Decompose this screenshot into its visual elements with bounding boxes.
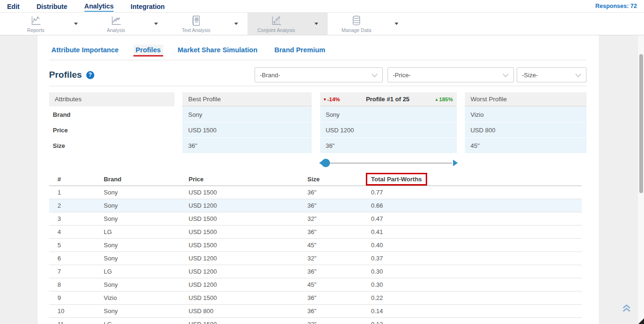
current-profile-price: USD 1200 — [320, 122, 457, 138]
slider-track[interactable] — [325, 162, 452, 164]
table-row[interactable]: 11LGUSD 150032"0.12 — [49, 318, 582, 324]
table-cell: USD 1200 — [189, 202, 307, 209]
profile-comparison: Attributes Brand Price Size Best Profile… — [49, 92, 586, 153]
slider-handle[interactable] — [322, 159, 330, 167]
worst-profile-size: 45" — [465, 138, 586, 153]
toolbar-button-label: Reports — [27, 27, 45, 33]
text-analysis-dropdown-caret[interactable] — [225, 23, 248, 25]
highlight-annotation-box: Total Part-Worths — [366, 173, 427, 186]
current-profile-header: ▾-14% Profile #1 of 25 ▴185% — [320, 92, 457, 106]
chevron-down-icon — [503, 72, 509, 79]
slider-right-arrow-icon — [453, 160, 458, 166]
reports-button[interactable]: Reports — [7, 13, 65, 35]
toolbar-group-reports: Reports — [7, 13, 87, 35]
current-profile-size: 36" — [320, 138, 457, 153]
table-cell: 10 — [58, 308, 104, 315]
table-cell: 1 — [58, 189, 104, 196]
dropdown-value: -Brand- — [260, 72, 372, 79]
table-cell: Sony — [104, 242, 189, 249]
table-row[interactable]: 2SonyUSD 120036"0.66 — [49, 199, 582, 212]
table-cell: Sony — [104, 215, 189, 222]
manage-data-dropdown-caret[interactable] — [385, 23, 408, 25]
triangle-up-icon: ▴ — [436, 92, 438, 106]
table-cell: 0.22 — [371, 294, 582, 301]
attribute-label: Price — [49, 122, 174, 138]
table-cell: 0.40 — [371, 242, 582, 249]
scatter-chart-icon — [270, 15, 282, 26]
current-profile-column: ▾-14% Profile #1 of 25 ▴185% Sony USD 12… — [320, 92, 457, 153]
chevron-down-icon — [575, 72, 581, 79]
analysis-dropdown-caret[interactable] — [145, 23, 167, 25]
profile-slider[interactable] — [320, 158, 457, 168]
table-cell: 0.77 — [371, 189, 582, 196]
column-header-label: Total Part-Worths — [371, 176, 422, 183]
attributes-header: Attributes — [49, 92, 174, 106]
table-cell: Sony — [104, 308, 189, 315]
table-cell: 0.30 — [371, 281, 582, 288]
responses-count[interactable]: Responses: 72 — [595, 3, 637, 9]
tab-brand-premium[interactable]: Brand Premium — [272, 45, 328, 56]
table-cell: 0.37 — [371, 255, 582, 262]
reports-dropdown-caret[interactable] — [65, 23, 87, 25]
divider — [49, 86, 586, 86]
table-row[interactable]: 8SonyUSD 120045"0.30 — [49, 278, 582, 292]
tab-market-share-simulation[interactable]: Market Share Simulation — [175, 45, 260, 56]
table-cell: 45" — [307, 242, 371, 249]
table-cell: LG — [104, 228, 189, 235]
manage-data-button[interactable]: Manage Data — [328, 13, 385, 35]
table-row[interactable]: 5SonyUSD 150045"0.40 — [49, 239, 582, 252]
table-row[interactable]: 7LGUSD 120036"0.30 — [49, 265, 582, 278]
caret-down-icon — [74, 23, 78, 25]
best-profile-brand: Sony — [182, 107, 312, 122]
table-row[interactable]: 6SonyUSD 120032"0.37 — [49, 252, 582, 265]
tab-attribute-importance[interactable]: Attribute Importance — [49, 45, 121, 56]
text-analysis-button[interactable]: Text Analysis — [167, 13, 225, 35]
decrease-indicator: ▾-14% — [324, 92, 340, 106]
table-cell: 36" — [307, 268, 371, 275]
column-header-brand: Brand — [104, 176, 189, 183]
caret-down-icon — [314, 23, 318, 25]
conjoint-analysis-button[interactable]: Conjoint Analysis — [248, 13, 305, 35]
current-profile-brand: Sony — [320, 107, 457, 122]
divider — [49, 60, 586, 60]
nav-tab-edit[interactable]: Edit — [7, 1, 19, 11]
price-filter-dropdown[interactable]: -Price- — [388, 67, 514, 82]
scroll-to-top-button[interactable] — [621, 303, 632, 315]
nav-tab-analytics[interactable]: Analytics — [84, 1, 114, 12]
table-cell: 36" — [307, 189, 371, 196]
nav-tab-distribute[interactable]: Distribute — [36, 1, 67, 11]
table-cell: USD 1200 — [189, 281, 307, 288]
table-row[interactable]: 3SonyUSD 150032"0.47 — [49, 212, 582, 226]
triangle-down-icon: ▾ — [324, 92, 326, 106]
table-row[interactable]: 10SonyUSD 80036"0.14 — [49, 305, 582, 318]
caret-down-icon — [234, 23, 238, 25]
tab-profiles[interactable]: Profiles — [133, 45, 163, 57]
toolbar-button-label: Text Analysis — [182, 27, 211, 33]
attribute-label: Brand — [49, 107, 174, 122]
table-row[interactable]: 4LGUSD 150036"0.41 — [49, 226, 582, 239]
brand-filter-dropdown[interactable]: -Brand- — [255, 67, 383, 82]
best-profile-header: Best Profile — [182, 92, 312, 106]
table-cell: 0.41 — [371, 228, 582, 235]
toolbar-button-label: Analysis — [107, 27, 125, 33]
size-filter-dropdown[interactable]: -Size- — [517, 67, 586, 82]
scrollbar-track[interactable] — [637, 35, 644, 324]
worst-profile-price: USD 800 — [465, 122, 586, 138]
attributes-column: Attributes Brand Price Size — [49, 92, 174, 153]
conjoint-analysis-dropdown-caret[interactable] — [305, 23, 328, 25]
table-row[interactable]: 9VizioUSD 150036"0.22 — [49, 292, 582, 305]
table-cell: 5 — [58, 242, 104, 249]
table-cell: LG — [104, 268, 189, 275]
caret-down-icon — [154, 23, 158, 25]
table-cell: 7 — [58, 268, 104, 275]
nav-tab-integration[interactable]: Integration — [131, 1, 165, 11]
scrollbar-thumb[interactable] — [639, 54, 643, 193]
analysis-button[interactable]: Analysis — [87, 13, 145, 35]
table-cell: USD 1200 — [189, 255, 307, 262]
attribute-label: Size — [49, 138, 174, 153]
table-cell: 9 — [58, 294, 104, 301]
table-row[interactable]: 1SonyUSD 150036"0.77 — [49, 186, 582, 199]
toolbar-group-conjoint-analysis: Conjoint Analysis — [248, 13, 328, 35]
table-cell: 11 — [58, 321, 104, 324]
help-icon[interactable]: ? — [86, 71, 94, 79]
